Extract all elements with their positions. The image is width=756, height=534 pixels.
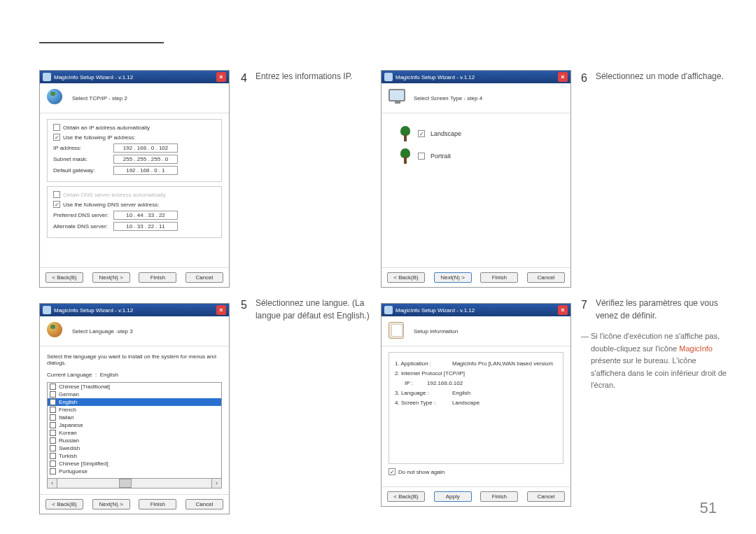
close-icon[interactable]: × (216, 305, 226, 315)
scroll-left-icon[interactable]: ‹ (48, 479, 57, 488)
h-scrollbar[interactable]: ‹ › (47, 479, 222, 489)
page-number: 51 (700, 499, 717, 517)
lang-checkbox[interactable] (50, 430, 56, 436)
lang-checkbox[interactable] (50, 461, 56, 467)
tree-icon (398, 126, 412, 141)
scroll-thumb[interactable] (119, 479, 132, 488)
wizard-step4-screentype: MagicInfo Setup Wizard - v.1.12 × Select… (381, 70, 571, 288)
apply-button[interactable]: Apply (434, 491, 472, 502)
lang-item[interactable]: Japanese (48, 421, 221, 429)
lang-item[interactable]: French (48, 406, 221, 414)
lang-checkbox[interactable] (50, 468, 56, 475)
info-ip-label: IP : (405, 380, 427, 386)
lang-checkbox[interactable] (50, 414, 56, 421)
footnote: Si l'icône d'exécution ne s'affiche pas,… (581, 330, 728, 392)
alt-dns-label: Alternate DNS server: (53, 223, 113, 230)
next-button[interactable]: Next(N) > (92, 272, 130, 283)
lang-description: Select the language you want to install … (47, 352, 222, 370)
window-title: MagicInfo Setup Wizard - v.1.12 (54, 74, 216, 80)
scroll-right-icon[interactable]: › (211, 479, 221, 488)
radio-manual-ip[interactable]: Use the following IP address: (53, 134, 216, 141)
cancel-button[interactable]: Cancel (186, 272, 223, 283)
globe-icon (47, 322, 62, 337)
wizard-step2-tcpip: MagicInfo Setup Wizard - v.1.12 × Select… (39, 70, 230, 288)
info-lang-label: 3. Language : (395, 390, 452, 396)
lang-item[interactable]: Italian (48, 414, 221, 421)
current-language: Current Language : English (47, 370, 222, 382)
finish-button[interactable]: Finish (139, 499, 176, 510)
language-list[interactable]: Chinese [Traditional]GermanEnglishFrench… (47, 382, 222, 479)
alt-dns-input[interactable]: 10 . 33 . 22 . 11 (113, 222, 178, 231)
lang-item[interactable]: German (48, 391, 221, 398)
titlebar: MagicInfo Setup Wizard - v.1.12 × (382, 71, 570, 83)
titlebar: MagicInfo Setup Wizard - v.1.12 × (382, 304, 570, 316)
wizard-setup-info: MagicInfo Setup Wizard - v.1.12 × Setup … (381, 303, 571, 507)
step7-caption: 7 Vérifiez les paramètres que vous venez… (581, 297, 728, 322)
monitor-icon (388, 89, 405, 101)
close-icon[interactable]: × (216, 72, 226, 82)
wizard-step3-language: MagicInfo Setup Wizard - v.1.12 × Select… (39, 303, 230, 514)
next-button[interactable]: Next(N) > (92, 499, 130, 510)
radio-auto-ip[interactable]: Obtain an IP address automatically (53, 124, 216, 131)
lang-checkbox[interactable] (50, 399, 56, 405)
header-rule (39, 42, 164, 43)
lang-item[interactable]: Swedish (48, 444, 221, 452)
back-button[interactable]: < Back(B) (46, 272, 83, 283)
radio-manual-dns[interactable]: Use the following DNS server address: (53, 201, 216, 208)
subnet-input[interactable]: 255 . 255 . 255 . 0 (113, 155, 178, 164)
option-landscape[interactable]: Landscape (398, 126, 554, 141)
info-app-value: MagicInfo Pro [LAN,WAN based version\ (452, 360, 553, 367)
next-button[interactable]: Next(N) > (434, 272, 472, 283)
hand-doc-icon (388, 322, 404, 339)
subnet-label: Subnet mask: (53, 156, 113, 162)
back-button[interactable]: < Back(B) (387, 491, 425, 502)
lang-item[interactable]: English (48, 398, 221, 406)
titlebar: MagicInfo Setup Wizard - v.1.12 × (40, 71, 229, 83)
back-button[interactable]: < Back(B) (387, 272, 425, 283)
lang-checkbox[interactable] (50, 437, 56, 444)
lang-checkbox[interactable] (50, 384, 56, 390)
finish-button[interactable]: Finish (480, 491, 518, 502)
finish-button[interactable]: Finish (139, 272, 176, 283)
lang-checkbox[interactable] (50, 391, 56, 398)
step-header: Select Language -step 3 (72, 328, 133, 335)
cancel-button[interactable]: Cancel (527, 491, 565, 502)
ip-label: IP address: (53, 145, 113, 151)
close-icon[interactable]: × (558, 72, 568, 82)
step-header: Setup Information (414, 328, 458, 335)
info-protocol: 2. Internet Protocol [TCP/IP] (395, 370, 465, 377)
lang-item[interactable]: Chinese [Simplified] (48, 460, 221, 468)
lang-item[interactable]: Portuguese (48, 468, 221, 475)
wizard-header: Select TCP/IP - step 2 (40, 83, 229, 113)
step4-caption: 4 Entrez les informations IP. (241, 70, 372, 87)
back-button[interactable]: < Back(B) (46, 499, 83, 510)
globe-icon (47, 89, 62, 104)
pref-dns-input[interactable]: 10 . 44 . 33 . 22 (113, 211, 178, 220)
close-icon[interactable]: × (558, 305, 568, 315)
wizard-header: Select Language -step 3 (40, 316, 229, 346)
lang-checkbox[interactable] (50, 445, 56, 451)
cancel-button[interactable]: Cancel (186, 499, 223, 510)
titlebar: MagicInfo Setup Wizard - v.1.12 × (40, 304, 229, 316)
checkbox-landscape[interactable] (418, 130, 425, 137)
info-ip-value: 192.168.0.102 (427, 380, 463, 386)
lang-item[interactable]: Chinese [Traditional] (48, 383, 221, 391)
lang-checkbox[interactable] (50, 453, 56, 459)
checkbox-portrait[interactable] (418, 153, 425, 160)
lang-checkbox[interactable] (50, 422, 56, 428)
app-icon (384, 73, 393, 81)
lang-item[interactable]: Turkish (48, 452, 221, 460)
cancel-button[interactable]: Cancel (527, 272, 565, 283)
lang-item[interactable]: Russian (48, 437, 221, 444)
wizard-header: Setup Information (382, 316, 570, 346)
checkbox-do-not-show[interactable]: Do not show again (388, 468, 564, 475)
gateway-input[interactable]: 192 . 168 . 0 . 1 (113, 166, 178, 175)
finish-button[interactable]: Finish (480, 272, 518, 283)
ip-input[interactable]: 192 . 168 . 0 . 102 (113, 143, 178, 153)
step6-caption: 6 Sélectionnez un mode d'affichage. (581, 70, 728, 87)
lang-item[interactable]: Korean (48, 429, 221, 437)
lang-checkbox[interactable] (50, 407, 56, 413)
tree-icon (398, 148, 412, 164)
option-portrait[interactable]: Portrait (398, 148, 554, 164)
info-screen-value: Landscape (452, 400, 479, 406)
